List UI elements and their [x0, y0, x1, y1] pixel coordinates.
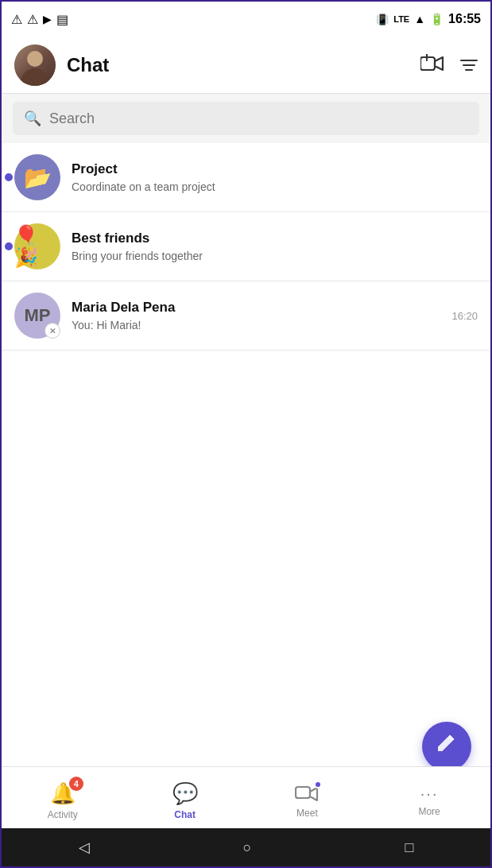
- chat-preview-friends: Bring your friends together: [72, 250, 478, 262]
- bottom-nav: 🔔 4 Activity 💬 Chat Meet ··· More: [2, 766, 490, 828]
- lte-label: LTE: [393, 14, 409, 24]
- status-bar: ⚠ ⚠ ▶ ▤ 📳 LTE ▲ 🔋 16:55: [2, 2, 490, 37]
- search-container: 🔍: [2, 94, 490, 143]
- chat-icon-wrapper: 💬: [172, 781, 198, 806]
- chat-label: Chat: [174, 809, 196, 820]
- filter-line-1: [460, 60, 478, 61]
- chat-avatar-maria: MP: [14, 293, 60, 339]
- clock: 16:55: [448, 12, 481, 26]
- chat-info-maria: Maria Dela Pena You: Hi Maria!: [72, 300, 451, 331]
- svg-rect-3: [296, 787, 310, 798]
- status-bar-right: 📳 LTE ▲ 🔋 16:55: [376, 12, 481, 26]
- search-bar[interactable]: 🔍: [13, 102, 479, 135]
- video-call-icon[interactable]: [420, 54, 444, 76]
- chat-avatar-project: 📂: [14, 154, 60, 200]
- filter-line-2: [463, 64, 475, 66]
- battery-icon: 🔋: [430, 13, 444, 25]
- chat-list: 📂 Project Coordinate on a team project 🎈…: [2, 143, 490, 351]
- meet-dot: [314, 781, 322, 789]
- avatar-image: [14, 45, 56, 86]
- header-icons: [420, 54, 478, 76]
- chat-preview-project: Coordinate on a team project: [72, 180, 478, 193]
- system-nav-bar: ◁ ○ □: [2, 828, 490, 866]
- nav-item-chat[interactable]: 💬 Chat: [124, 767, 246, 828]
- balloons-emoji: 🎈🎉: [14, 224, 60, 269]
- activity-badge: 4: [69, 777, 83, 791]
- search-input[interactable]: [49, 110, 468, 127]
- recent-button[interactable]: □: [405, 839, 414, 856]
- activity-label: Activity: [48, 809, 78, 820]
- chat-item-best-friends[interactable]: 🎈🎉 Best friends Bring your friends toget…: [2, 212, 490, 281]
- document-icon: ▤: [56, 12, 68, 27]
- chat-time-maria: 16:20: [451, 310, 478, 322]
- chat-name-maria: Maria Dela Pena: [72, 300, 451, 316]
- signal-icon: ▲: [414, 13, 425, 25]
- compose-icon: [436, 733, 458, 761]
- header: Chat: [2, 37, 490, 94]
- unread-dot-friends: [5, 242, 13, 250]
- meet-icon-wrapper: [295, 784, 319, 804]
- user-avatar[interactable]: [14, 45, 56, 86]
- maria-initials: MP: [25, 305, 51, 326]
- filter-line-3: [465, 69, 473, 71]
- nav-item-meet[interactable]: Meet: [246, 767, 369, 828]
- more-label: More: [418, 806, 440, 817]
- remove-badge-maria[interactable]: [45, 323, 60, 339]
- filter-icon[interactable]: [460, 60, 478, 71]
- activity-icon-wrapper: 🔔 4: [50, 781, 76, 806]
- chat-name-project: Project: [72, 161, 478, 177]
- chat-meta-maria: 16:20: [451, 310, 478, 322]
- chat-info-project: Project Coordinate on a team project: [72, 161, 478, 193]
- home-button[interactable]: ○: [243, 839, 252, 856]
- search-icon: 🔍: [24, 110, 41, 127]
- warning-icon-2: ⚠: [27, 12, 38, 27]
- status-bar-left: ⚠ ⚠ ▶ ▤: [11, 12, 68, 27]
- page-title: Chat: [67, 54, 420, 76]
- more-dots-icon: ···: [420, 785, 439, 803]
- warning-icon-1: ⚠: [11, 12, 22, 27]
- nav-item-activity[interactable]: 🔔 4 Activity: [2, 767, 124, 828]
- meet-label: Meet: [296, 808, 318, 819]
- back-button[interactable]: ◁: [79, 839, 90, 856]
- chat-bubble-icon: 💬: [172, 781, 198, 806]
- chat-name-friends: Best friends: [72, 231, 478, 246]
- nav-item-more[interactable]: ··· More: [368, 767, 490, 828]
- chat-avatar-friends: 🎈🎉: [14, 223, 60, 269]
- play-icon: ▶: [43, 13, 52, 25]
- new-chat-fab[interactable]: [422, 722, 471, 771]
- unread-dot-project: [5, 173, 13, 181]
- chat-preview-maria: You: Hi Maria!: [72, 319, 451, 331]
- chat-info-friends: Best friends Bring your friends together: [72, 231, 478, 262]
- chat-item-maria[interactable]: MP Maria Dela Pena You: Hi Maria! 16:20: [2, 281, 490, 351]
- vibrate-icon: 📳: [376, 14, 389, 25]
- chat-item-project[interactable]: 📂 Project Coordinate on a team project: [2, 143, 490, 212]
- project-emoji: 📂: [24, 165, 52, 191]
- more-icon-wrapper: ···: [420, 785, 439, 803]
